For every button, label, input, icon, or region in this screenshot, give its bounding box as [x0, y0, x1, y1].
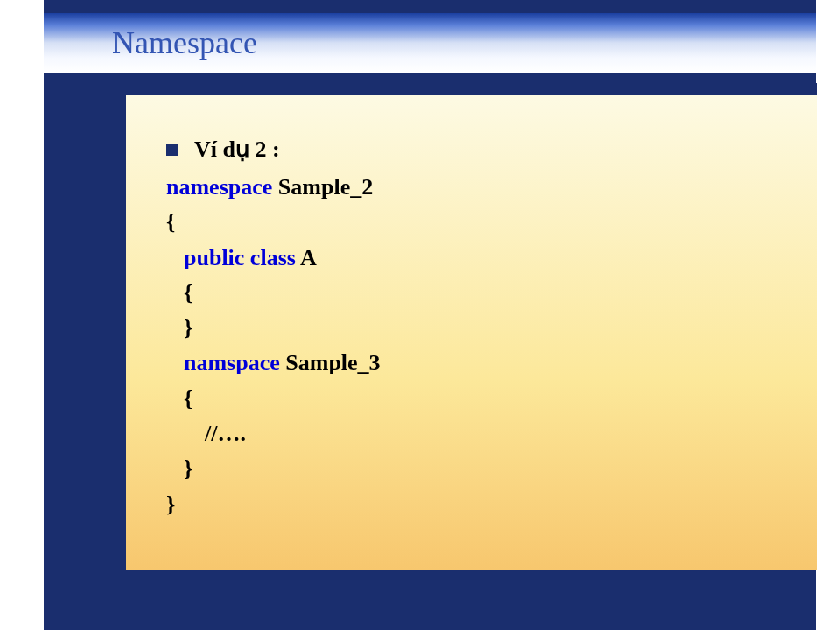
slide-title: Namespace — [112, 24, 257, 61]
slide-container: Namespace Ví dụ 2 : namespace Sample_2 {… — [44, 0, 816, 630]
square-bullet-icon — [166, 144, 178, 156]
bullet-item: Ví dụ 2 : — [166, 136, 817, 163]
keyword-public-class: public class — [184, 245, 300, 270]
code-line-7: { — [166, 382, 817, 416]
decorative-strip — [126, 83, 817, 95]
code-line-1: namespace Sample_2 — [166, 170, 817, 205]
keyword-namspace: namspace — [184, 350, 285, 375]
code-text: A — [300, 245, 317, 270]
code-line-8: //…. — [166, 416, 817, 452]
code-line-9: } — [166, 452, 817, 486]
keyword-namespace: namespace — [166, 174, 272, 200]
code-line-2: { — [166, 205, 817, 240]
code-text: Sample_2 — [272, 174, 373, 200]
code-line-5: } — [166, 311, 817, 346]
bullet-text: Ví dụ 2 : — [194, 136, 280, 163]
code-line-10: } — [166, 487, 817, 522]
code-line-6: namspace Sample_3 — [166, 346, 817, 381]
code-line-4: { — [166, 276, 817, 311]
content-area: Ví dụ 2 : namespace Sample_2 { public cl… — [126, 95, 817, 570]
title-bar: Namespace — [44, 13, 816, 73]
code-line-3: public class A — [166, 241, 817, 276]
code-text: Sample_3 — [285, 350, 380, 375]
